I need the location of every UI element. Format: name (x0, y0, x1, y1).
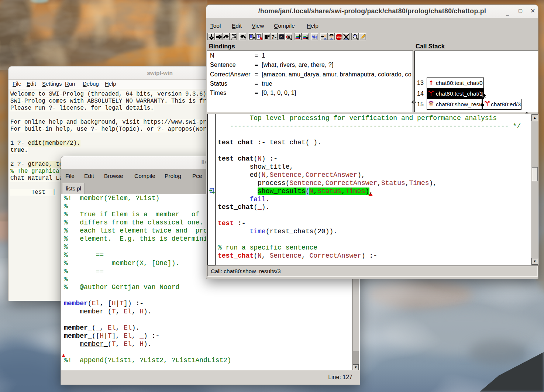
svg-text:?-: ?- (271, 34, 276, 40)
svg-text:?-: ?- (280, 35, 283, 39)
svg-text:STOP: STOP (337, 36, 342, 38)
svg-text:F: F (288, 35, 290, 39)
